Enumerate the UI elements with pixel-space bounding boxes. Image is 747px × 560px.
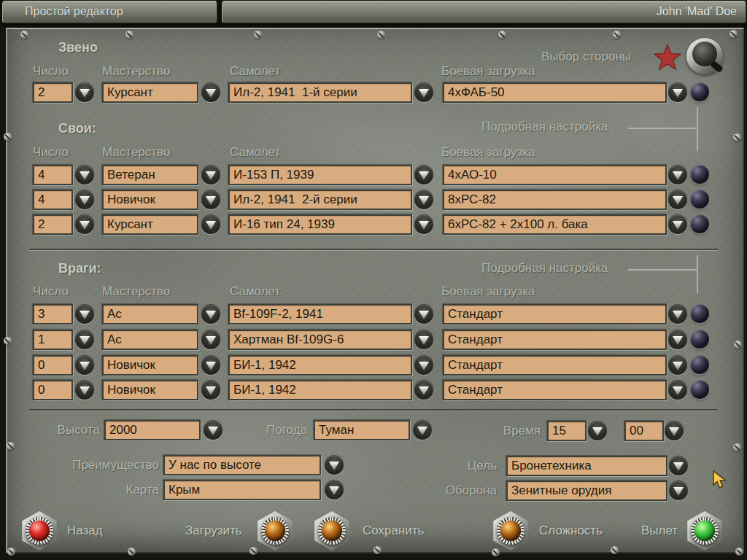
loadout-dropdown-button[interactable]: [668, 83, 687, 102]
skill-field[interactable]: Ветеран: [102, 165, 198, 185]
save-button-label[interactable]: Сохранить: [363, 524, 424, 538]
plane-dropdown-button[interactable]: [414, 330, 433, 349]
plane-field[interactable]: Ил-2, 1941 2-й серии: [228, 190, 412, 210]
skill-field[interactable]: Ас: [102, 304, 198, 324]
side-select-label: Выбор стороны: [541, 50, 631, 64]
loadout-field[interactable]: Стандарт: [443, 380, 667, 400]
altitude-field[interactable]: 2000: [104, 420, 201, 440]
count-dropdown-button[interactable]: [75, 330, 94, 349]
target-dropdown-button[interactable]: [669, 456, 688, 475]
skill-dropdown-button[interactable]: [201, 83, 220, 102]
plane-dropdown-button[interactable]: [414, 215, 433, 234]
plane-field[interactable]: БИ-1, 1942: [228, 355, 412, 376]
target-field[interactable]: Бронетехника: [506, 456, 667, 476]
count-field[interactable]: 3: [33, 304, 73, 324]
time-hour-dropdown-button[interactable]: [588, 421, 607, 440]
detail-settings-lamp[interactable]: [690, 380, 709, 399]
detail-settings-lamp[interactable]: [690, 190, 709, 209]
count-field[interactable]: 4: [33, 190, 73, 210]
detail-settings-lamp[interactable]: [690, 82, 709, 101]
skill-field[interactable]: Курсант: [102, 214, 198, 235]
plane-dropdown-button[interactable]: [414, 381, 433, 400]
plane-dropdown-button[interactable]: [414, 356, 433, 375]
load-button[interactable]: [255, 511, 295, 551]
loadout-dropdown-button[interactable]: [668, 190, 687, 209]
skill-dropdown-button[interactable]: [201, 356, 220, 375]
plane-field[interactable]: И-16 тип 24, 1939: [228, 214, 412, 235]
fly-button[interactable]: [685, 511, 724, 551]
count-field[interactable]: 0: [33, 355, 73, 376]
count-dropdown-button[interactable]: [75, 215, 94, 234]
skill-dropdown-button[interactable]: [201, 330, 220, 349]
back-button[interactable]: [20, 511, 59, 551]
plane-dropdown-button[interactable]: [414, 83, 433, 102]
advantage-dropdown-button[interactable]: [325, 456, 344, 475]
skill-field[interactable]: Новичок: [102, 190, 198, 210]
map-dropdown-button[interactable]: [325, 481, 344, 499]
loadout-dropdown-button[interactable]: [668, 215, 687, 234]
skill-field[interactable]: Новичок: [102, 355, 198, 376]
plane-dropdown-button[interactable]: [414, 166, 433, 184]
loadout-field[interactable]: 4хАО-10: [443, 165, 667, 185]
weather-dropdown-button[interactable]: [413, 421, 432, 440]
loadout-dropdown-button[interactable]: [668, 381, 687, 400]
map-field[interactable]: Крым: [163, 480, 321, 500]
load-button-label[interactable]: Загрузить: [185, 524, 242, 538]
detail-settings-lamp[interactable]: [690, 165, 709, 184]
loadout-dropdown-button[interactable]: [668, 356, 687, 375]
detail-settings-lamp[interactable]: [690, 330, 709, 349]
loadout-field[interactable]: 4хФАБ-50: [443, 82, 667, 103]
count-field[interactable]: 1: [33, 330, 73, 350]
count-field[interactable]: 2: [33, 82, 73, 103]
count-dropdown-button[interactable]: [75, 83, 94, 102]
detail-settings-lamp[interactable]: [690, 355, 709, 374]
count-dropdown-button[interactable]: [75, 381, 94, 400]
skill-dropdown-button[interactable]: [201, 305, 220, 324]
time-minute-dropdown-button[interactable]: [665, 421, 684, 440]
defense-dropdown-button[interactable]: [669, 481, 688, 500]
count-dropdown-button[interactable]: [75, 305, 94, 324]
enemy-row: 0 Новичок БИ-1, 1942 Стандарт: [0, 380, 747, 400]
loadout-dropdown-button[interactable]: [668, 166, 687, 184]
weather-field[interactable]: Туман: [314, 420, 410, 440]
loadout-field[interactable]: Стандарт: [443, 355, 667, 376]
plane-field[interactable]: И-153 П, 1939: [228, 165, 412, 185]
altitude-dropdown-button[interactable]: [204, 421, 222, 440]
count-field[interactable]: 4: [33, 165, 73, 185]
plane-field[interactable]: Ил-2, 1941 1-й серии: [228, 82, 412, 103]
time-hour-field[interactable]: 15: [547, 421, 587, 441]
defense-field[interactable]: Зенитные орудия: [506, 481, 667, 501]
count-dropdown-button[interactable]: [75, 166, 94, 184]
skill-dropdown-button[interactable]: [201, 166, 220, 184]
skill-field[interactable]: Новичок: [102, 380, 198, 400]
plane-dropdown-button[interactable]: [414, 305, 433, 324]
back-button-label[interactable]: Назад: [67, 524, 103, 538]
skill-field[interactable]: Ас: [102, 330, 198, 350]
skill-dropdown-button[interactable]: [201, 215, 220, 234]
save-button[interactable]: [312, 511, 352, 551]
plane-field[interactable]: Bf-109F-2, 1941: [228, 304, 412, 324]
time-minute-field[interactable]: 00: [624, 421, 664, 441]
loadout-field[interactable]: 6хРС-82 + 2х100 л. бака: [443, 214, 667, 235]
detail-settings-lamp[interactable]: [690, 304, 709, 323]
loadout-field[interactable]: Стандарт: [443, 304, 667, 324]
advantage-field[interactable]: У нас по высоте: [163, 455, 321, 475]
detail-settings-lamp[interactable]: [690, 214, 709, 233]
loadout-dropdown-button[interactable]: [668, 330, 687, 349]
plane-field[interactable]: БИ-1, 1942: [228, 380, 412, 400]
plane-dropdown-button[interactable]: [414, 190, 433, 209]
difficulty-button[interactable]: [491, 511, 530, 551]
skill-field[interactable]: Курсант: [102, 82, 198, 103]
plane-field[interactable]: Хартман Bf-109G-6: [228, 330, 412, 350]
fly-button-label[interactable]: Вылет: [641, 524, 678, 538]
count-dropdown-button[interactable]: [75, 356, 94, 375]
count-field[interactable]: 2: [33, 214, 73, 235]
skill-dropdown-button[interactable]: [201, 381, 220, 400]
loadout-dropdown-button[interactable]: [668, 305, 687, 324]
count-dropdown-button[interactable]: [75, 190, 94, 209]
difficulty-button-label[interactable]: Сложность: [539, 524, 603, 538]
loadout-field[interactable]: Стандарт: [443, 330, 667, 350]
skill-dropdown-button[interactable]: [201, 190, 220, 209]
count-field[interactable]: 0: [33, 380, 73, 400]
loadout-field[interactable]: 8хРС-82: [443, 190, 667, 210]
